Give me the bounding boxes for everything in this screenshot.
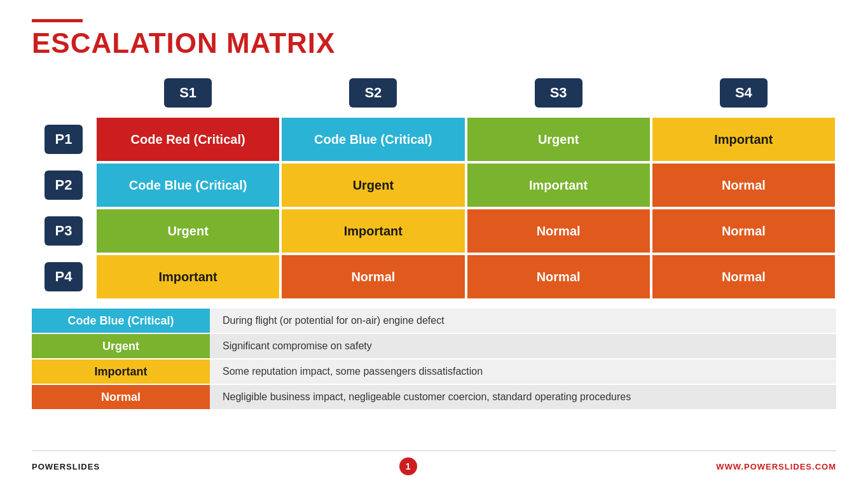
- matrix-grid: S1 S2 S3 S4 P1 Code Red (Critical): [32, 72, 836, 300]
- matrix-section: S1 S2 S3 S4 P1 Code Red (Critical): [32, 72, 836, 300]
- col-badge-s1: S1: [164, 78, 212, 108]
- col-badge-s4: S4: [720, 78, 768, 108]
- footer: POWERSLIDES 1 WWW.POWERSLIDES.COM: [32, 450, 836, 475]
- cell-p3-s4: Normal: [651, 208, 836, 254]
- row-p1-cells: Code Red (Critical) Code Blue (Critical)…: [95, 116, 836, 162]
- col-header-s3: S3: [466, 72, 651, 114]
- legend-text-important: Some reputation impact, some passengers …: [210, 359, 836, 384]
- legend-badge-important: Important: [32, 359, 210, 384]
- title-prefix: ESCALATION: [32, 27, 226, 59]
- cell-p3-s3: Normal: [466, 208, 651, 254]
- row-header-p1: P1: [32, 116, 95, 162]
- legend-section: Code Blue (Critical) During flight (or p…: [32, 309, 836, 409]
- row-header-p3: P3: [32, 208, 95, 254]
- legend-badge-normal: Normal: [32, 385, 210, 409]
- cell-p1-s2: Code Blue (Critical): [280, 116, 465, 162]
- footer-page-number: 1: [399, 457, 417, 475]
- col-header-row: S1 S2 S3 S4: [95, 72, 836, 114]
- table-row: P1 Code Red (Critical) Code Blue (Critic…: [32, 116, 836, 162]
- legend-text-codeblue: During flight (or potential for on-air) …: [210, 309, 836, 333]
- row-p3-cells: Urgent Important Normal Normal: [95, 208, 836, 254]
- footer-brand-left: POWERSLIDES: [32, 462, 100, 471]
- cell-p2-s3: Important: [466, 162, 651, 208]
- col-badge-s3: S3: [535, 78, 582, 108]
- row-badge-p2: P2: [45, 171, 83, 200]
- cell-p1-s3: Urgent: [466, 116, 651, 162]
- cell-p4-s3: Normal: [466, 254, 651, 300]
- cell-p2-s4: Normal: [651, 162, 836, 208]
- footer-brand-right: WWW.POWERSLIDES.COM: [716, 462, 836, 471]
- row-badge-p4: P4: [45, 262, 83, 291]
- title-highlight: MATRIX: [226, 27, 335, 59]
- legend-badge-urgent: Urgent: [32, 334, 210, 358]
- col-header-s4: S4: [651, 72, 836, 114]
- legend-row-codeblue: Code Blue (Critical) During flight (or p…: [32, 309, 836, 333]
- legend-row-important: Important Some reputation impact, some p…: [32, 359, 836, 384]
- legend-badge-codeblue: Code Blue (Critical): [32, 309, 210, 333]
- row-header-p4: P4: [32, 254, 95, 300]
- cell-p1-s4: Important: [651, 116, 836, 162]
- cell-p4-s4: Normal: [651, 254, 836, 300]
- table-row: P3 Urgent Important Normal Normal: [32, 208, 836, 254]
- row-badge-p3: P3: [45, 216, 83, 246]
- page: ESCALATION MATRIX S1 S2 S3 S4: [0, 0, 868, 488]
- row-p2-cells: Code Blue (Critical) Urgent Important No…: [95, 162, 836, 208]
- legend-text-urgent: Significant compromise on safety: [210, 334, 836, 358]
- legend-row-normal: Normal Negligible business impact, negli…: [32, 385, 836, 409]
- row-p4-cells: Important Normal Normal Normal: [95, 254, 836, 300]
- col-header-s1: S1: [95, 72, 280, 114]
- cell-p1-s1: Code Red (Critical): [95, 116, 280, 162]
- cell-p2-s1: Code Blue (Critical): [95, 162, 280, 208]
- table-row: P2 Code Blue (Critical) Urgent Important…: [32, 162, 836, 208]
- cell-p3-s1: Urgent: [95, 208, 280, 254]
- legend-text-normal: Negligible business impact, negligeable …: [210, 385, 836, 409]
- legend-row-urgent: Urgent Significant compromise on safety: [32, 334, 836, 358]
- col-badge-s2: S2: [349, 78, 397, 108]
- table-row: P4 Important Normal Normal Normal: [32, 254, 836, 300]
- row-header-p2: P2: [32, 162, 95, 208]
- row-badge-p1: P1: [45, 125, 83, 154]
- page-title: ESCALATION MATRIX: [32, 27, 836, 59]
- cell-p2-s2: Urgent: [280, 162, 465, 208]
- col-header-s2: S2: [280, 72, 465, 114]
- cell-p4-s1: Important: [95, 254, 280, 300]
- cell-p4-s2: Normal: [280, 254, 465, 300]
- header-line: [32, 19, 83, 22]
- cell-p3-s2: Important: [280, 208, 465, 254]
